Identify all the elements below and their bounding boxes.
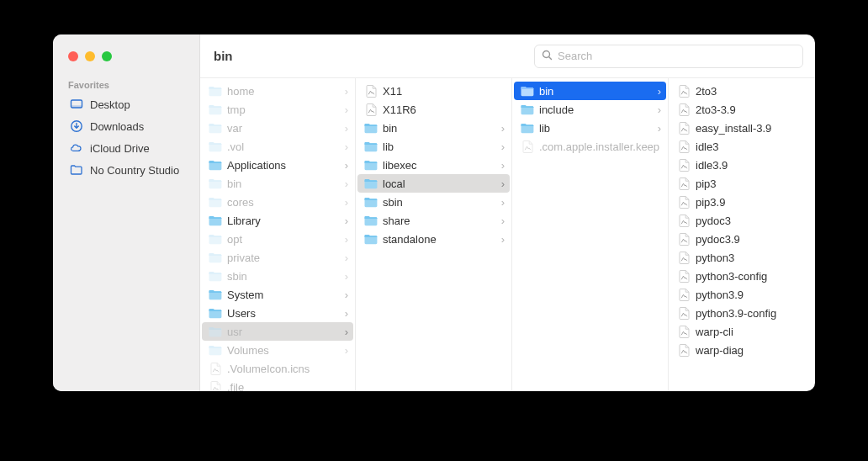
sidebar-item-icloud[interactable]: iCloud Drive (53, 137, 199, 159)
chevron-right-icon: › (341, 307, 348, 320)
folder-row[interactable]: local› (357, 174, 510, 193)
item-name: warp-diag (696, 344, 808, 357)
document-icon (677, 306, 691, 320)
file-row[interactable]: python3.9-config (669, 304, 815, 322)
folder-row[interactable]: usr› (202, 322, 353, 341)
document-icon (677, 140, 691, 153)
file-row[interactable]: python3 (669, 248, 815, 267)
folder-row[interactable]: Library› (200, 211, 355, 230)
sidebar: Favorites Desktop Downloads iCloud Drive… (53, 34, 200, 391)
file-row[interactable]: pip3.9 (669, 193, 815, 211)
folder-icon (364, 121, 378, 135)
file-row[interactable]: pydoc3 (669, 211, 815, 230)
item-name: libexec (383, 159, 493, 172)
folder-row[interactable]: share› (356, 211, 511, 230)
document-icon (677, 195, 691, 209)
folder-row[interactable]: tmp› (200, 100, 355, 119)
column-2[interactable]: bin› include› lib› .com.apple.installer.… (512, 78, 669, 391)
document-icon (677, 343, 691, 357)
file-row[interactable]: python3.9 (669, 285, 815, 304)
finder-window: Favorites Desktop Downloads iCloud Drive… (53, 34, 815, 391)
file-row[interactable]: python3-config (669, 267, 815, 285)
search-field[interactable] (534, 45, 803, 68)
item-name: python3.9-config (696, 307, 808, 320)
folder-row[interactable]: lib› (512, 119, 668, 137)
close-window-button[interactable] (68, 51, 78, 61)
folder-row[interactable]: home› (200, 82, 355, 100)
file-row[interactable]: X11 (356, 82, 511, 100)
folder-row[interactable]: lib› (356, 137, 511, 156)
folder-row[interactable]: sbin› (200, 267, 355, 285)
folder-row[interactable]: include› (512, 100, 668, 119)
column-0[interactable]: home› tmp› var› .vol› Applications› bin›… (200, 78, 356, 391)
file-row[interactable]: warp-diag (669, 341, 815, 359)
file-row[interactable]: X11R6 (356, 100, 511, 119)
file-row[interactable]: .file (200, 378, 355, 391)
folder-row[interactable]: standalone› (356, 230, 511, 248)
item-name: bin (227, 178, 336, 190)
file-row[interactable]: .com.apple.installer.keep (512, 137, 668, 156)
folder-row[interactable]: libexec› (356, 156, 511, 174)
chevron-right-icon: › (654, 103, 661, 116)
folder-row[interactable]: bin› (200, 174, 355, 193)
folder-row[interactable]: cores› (200, 193, 355, 211)
window-controls (53, 41, 199, 73)
chevron-right-icon: › (341, 196, 348, 209)
item-name: easy_install-3.9 (696, 122, 808, 135)
document-icon (677, 288, 691, 301)
downloads-icon (70, 119, 83, 133)
document-icon (364, 84, 378, 98)
item-name: python3 (696, 252, 808, 264)
item-name: X11R6 (383, 103, 505, 116)
folder-row[interactable]: private› (200, 248, 355, 267)
item-name: python3.9 (696, 289, 808, 301)
chevron-right-icon: › (498, 159, 505, 172)
folder-row[interactable]: Users› (200, 304, 355, 322)
chevron-right-icon: › (498, 233, 505, 246)
folder-row[interactable]: bin› (514, 82, 666, 100)
document-icon (209, 380, 222, 391)
document-icon (677, 84, 691, 98)
item-name: private (227, 252, 336, 264)
item-name: share (383, 215, 493, 227)
folder-icon (209, 251, 222, 264)
item-name: cores (227, 196, 336, 209)
folder-row[interactable]: opt› (200, 230, 355, 248)
folder-row[interactable]: bin› (356, 119, 511, 137)
document-icon (677, 325, 691, 338)
item-name: pip3 (696, 178, 808, 190)
file-row[interactable]: warp-cli (669, 322, 815, 341)
sidebar-item-label: No Country Studio (90, 164, 179, 177)
file-row[interactable]: pydoc3.9 (669, 230, 815, 248)
file-row[interactable]: idle3 (669, 137, 815, 156)
item-name: standalone (383, 233, 493, 246)
folder-row[interactable]: sbin› (356, 193, 511, 211)
main-panel: bin home› tmp› var› .vol› Applications› … (200, 34, 815, 391)
file-row[interactable]: pip3 (669, 174, 815, 193)
chevron-right-icon: › (341, 270, 348, 283)
folder-row[interactable]: var› (200, 119, 355, 137)
search-input[interactable] (558, 50, 796, 62)
folder-row[interactable]: Volumes› (200, 341, 355, 359)
sidebar-item-desktop[interactable]: Desktop (53, 93, 199, 115)
zoom-window-button[interactable] (102, 51, 112, 61)
minimize-window-button[interactable] (85, 51, 95, 61)
file-row[interactable]: easy_install-3.9 (669, 119, 815, 137)
item-name: pydoc3 (696, 215, 808, 227)
chevron-right-icon: › (341, 344, 348, 357)
file-row[interactable]: 2to3 (669, 82, 815, 100)
sidebar-item-no-country-studio[interactable]: No Country Studio (53, 159, 199, 181)
file-row[interactable]: 2to3-3.9 (669, 100, 815, 119)
chevron-right-icon: › (341, 178, 348, 190)
search-icon (542, 50, 553, 63)
item-name: .VolumeIcon.icns (227, 363, 348, 375)
file-row[interactable]: idle3.9 (669, 156, 815, 174)
file-row[interactable]: .VolumeIcon.icns (200, 359, 355, 378)
column-3[interactable]: 2to3 2to3-3.9 easy_install-3.9 idle3 idl… (669, 78, 815, 391)
folder-row[interactable]: System› (200, 285, 355, 304)
folder-row[interactable]: .vol› (200, 137, 355, 156)
folder-icon (209, 121, 222, 135)
folder-row[interactable]: Applications› (200, 156, 355, 174)
sidebar-item-downloads[interactable]: Downloads (53, 115, 199, 137)
column-1[interactable]: X11 X11R6 bin› lib› libexec› local› sbin… (356, 78, 512, 391)
